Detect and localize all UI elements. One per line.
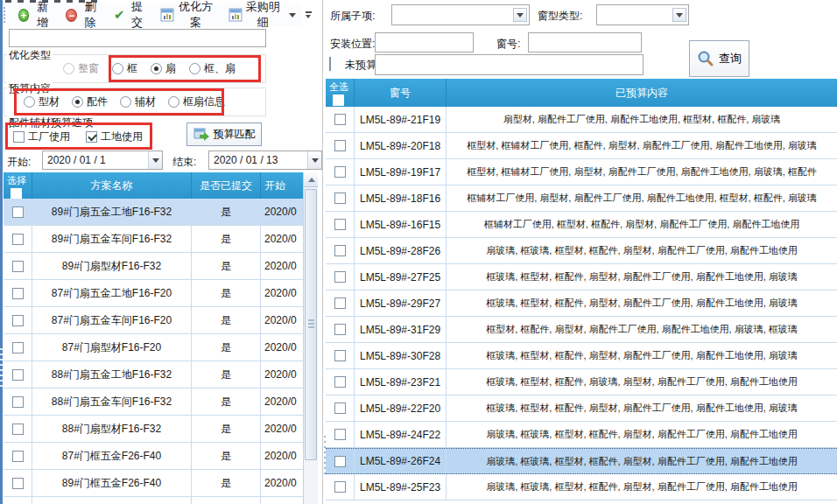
plan-filter-input-wrap [9, 29, 266, 47]
plan-table-row[interactable]: 89#门扇五金工地F16-F32 是 2020/0 [4, 199, 318, 226]
plan-table-row[interactable]: 88#门扇五金车间F16-F32 是 2020/0 [4, 388, 318, 416]
window-table-row[interactable]: LM5L-89#-28F26 扇玻璃, 框玻璃, 框型材, 框配件, 扇型材, … [326, 238, 837, 264]
end-date-picker[interactable]: 2020 / 01 / 13 [208, 150, 322, 170]
plan-row-name: 89#门扇型材F16-F32 [32, 253, 192, 279]
sub-item-dropdown[interactable] [513, 8, 527, 22]
plan-table-scrollbar[interactable] [303, 172, 318, 504]
scrollbar-up-button[interactable] [304, 172, 318, 187]
window-table-row[interactable]: LM5L-89#-20F18 框型材, 框辅材工厂使用, 框配件, 扇型材, 扇… [326, 133, 837, 159]
plan-row-checkbox-cell [4, 361, 32, 388]
plan-select-all-checkbox[interactable] [11, 188, 22, 199]
toolbar-overflow-button[interactable] [301, 7, 315, 23]
radio-option[interactable]: 框 [112, 61, 137, 76]
plan-table-row[interactable]: 89#门扇型材F16-F32 是 2020/0 [4, 253, 318, 280]
window-table-row[interactable]: LM5L-89#-25F23 扇玻璃, 框玻璃, 框型材, 框配件, 扇型材, … [326, 474, 837, 500]
no-budget-input[interactable] [375, 54, 644, 75]
window-row-checkbox-cell [326, 422, 355, 447]
window-row-checkbox[interactable] [334, 114, 346, 125]
plan-table-row[interactable]: 87#门框五金F26-F40 是 2020/0 [4, 443, 318, 470]
window-row-checkbox[interactable] [334, 166, 346, 178]
radio-option[interactable]: 框扇信息 [168, 94, 225, 109]
plan-table-row[interactable]: 87#门扇型材F16-F20 是 2020/0 [4, 334, 318, 361]
window-row-checkbox[interactable] [334, 298, 346, 309]
window-row-checkbox[interactable] [334, 456, 346, 467]
window-type-dropdown[interactable] [672, 8, 686, 22]
start-date-dropdown[interactable] [148, 151, 162, 169]
plan-header-name[interactable]: 方案名称 [32, 172, 192, 199]
window-table-row[interactable]: LM5L-89#-21F19 扇型材, 扇配件工厂使用, 扇配件工地使用, 框型… [326, 107, 837, 133]
radio-option[interactable]: 框、扇 [189, 61, 236, 76]
end-date-dropdown[interactable] [307, 151, 321, 169]
window-row-checkbox[interactable] [334, 219, 346, 230]
plan-filter-input[interactable] [9, 29, 266, 47]
window-row-checkbox[interactable] [334, 350, 346, 361]
plan-table-row[interactable]: 88#门扇五金工地F16-F32 是 2020/0 [4, 361, 318, 388]
query-button-label: 查询 [719, 51, 742, 66]
radio-option[interactable]: 型材 [24, 94, 60, 109]
window-table-row[interactable]: LM5L-89#-23F21 框玻璃, 框型材, 框配件, 扇玻璃, 扇型材, … [326, 369, 837, 396]
plan-table-row[interactable]: 89#门框五金F26-F40 是 2020/0 [4, 470, 318, 497]
plan-row-checkbox[interactable] [12, 451, 24, 462]
window-table-row[interactable]: LM5L-89#-18F16 框辅材工厂使用, 扇型材, 扇配件工厂使用, 扇配… [326, 186, 837, 212]
window-type-combobox[interactable] [596, 4, 689, 25]
window-row-checkbox[interactable] [334, 376, 346, 388]
window-select-all-checkbox[interactable] [333, 94, 344, 106]
plan-table-row[interactable]: 88#门扇型材F16-F32 是 2020/0 [4, 416, 318, 443]
plan-table-row[interactable]: 89#门扇五金车间F16-F32 是 2020/0 [4, 226, 318, 253]
window-table-row[interactable]: LM5L-89#-30F28 框玻璃, 框型材, 框配件, 扇型材, 扇配件工厂… [326, 343, 837, 369]
toolbar-grip[interactable] [4, 7, 8, 23]
window-table-row[interactable]: LM5L-89#-24F22 扇玻璃, 框玻璃, 框型材, 框配件, 扇型材, … [326, 422, 837, 448]
radio-option[interactable]: 整窗 [63, 61, 99, 76]
plan-row-checkbox[interactable] [12, 234, 24, 245]
window-row-checkbox[interactable] [334, 245, 346, 256]
window-table-row[interactable]: LM5L-89#-16F15 框辅材工厂使用, 框型材, 框配件, 扇型材, 扇… [326, 212, 837, 238]
start-date-label: 开始: [7, 155, 31, 170]
window-table-row[interactable]: LM5L-89#-22F20 框玻璃, 框型材, 框配件, 扇型材, 扇配件工厂… [326, 396, 837, 422]
window-table-row[interactable]: LM5L-89#-19F17 框型材, 框辅材工厂使用, 扇型材, 扇配件工厂使… [326, 159, 837, 186]
budget-match-button[interactable]: 预算匹配 [186, 122, 262, 146]
window-row-checkbox[interactable] [334, 192, 346, 204]
scrollbar-thumb[interactable] [305, 189, 317, 460]
checkbox-option[interactable]: 工厂使用 [13, 130, 70, 144]
start-date-picker[interactable]: 2020 / 01 / 1 [42, 150, 163, 170]
window-row-checkbox[interactable] [334, 429, 346, 440]
sub-item-combobox[interactable] [391, 4, 530, 25]
window-table-row[interactable]: LM5L-89#-26F24 扇玻璃, 框玻璃, 框型材, 框配件, 扇型材, … [326, 448, 837, 474]
left-splitter-grip[interactable] [0, 348, 3, 388]
window-row-checkbox-cell [326, 290, 355, 316]
radio-option[interactable]: 配件 [72, 94, 108, 109]
plan-row-checkbox[interactable] [12, 478, 24, 489]
checkbox-option[interactable]: 工地使用 [86, 130, 143, 144]
window-table-row[interactable]: LM5L-89#-31F29 框型材, 框配件, 扇型材, 扇配件工厂使用, 扇… [326, 317, 837, 343]
window-row-checkbox[interactable] [334, 324, 346, 335]
plan-row-checkbox[interactable] [12, 261, 24, 272]
no-budget-checkbox[interactable] [329, 57, 331, 71]
plan-row-checkbox[interactable] [12, 342, 24, 354]
plan-table-row[interactable]: 87#门扇五金工地F16-F20 是 2020/0 [4, 280, 318, 307]
plan-row-name: 89#门扇五金工地F16-F32 [32, 199, 192, 225]
chevron-down-icon [312, 158, 319, 163]
plan-row-checkbox[interactable] [12, 424, 24, 435]
plan-row-checkbox[interactable] [12, 396, 24, 408]
plan-row-checkbox[interactable] [12, 206, 24, 218]
radio-option[interactable]: 扇 [151, 61, 176, 76]
window-row-checkbox[interactable] [334, 271, 346, 283]
plan-table-row[interactable]: 87#门扇五金车间F16-F20 是 2020/0 [4, 307, 318, 334]
plan-row-checkbox[interactable] [12, 288, 24, 299]
radio-option[interactable]: 辅材 [120, 94, 156, 109]
plan-header-submitted[interactable]: 是否已提交 [192, 172, 261, 199]
query-button[interactable]: 查询 [689, 40, 749, 77]
install-pos-input[interactable] [375, 32, 474, 52]
window-header-no[interactable]: 窗号 [355, 79, 447, 107]
plan-table-row[interactable]: 88#门框五金F21-F40 是 2020/0 [4, 497, 318, 504]
window-no-input[interactable] [528, 32, 642, 52]
window-table-row[interactable]: LM5L-89#-29F27 框玻璃, 框型材, 框配件, 扇型材, 扇配件工厂… [326, 290, 837, 317]
window-row-checkbox[interactable] [334, 140, 346, 151]
plan-row-checkbox[interactable] [12, 315, 24, 326]
plan-header-start[interactable]: 开始 [261, 172, 303, 199]
window-row-checkbox[interactable] [334, 481, 346, 493]
plan-row-checkbox[interactable] [12, 369, 24, 381]
window-row-checkbox[interactable] [334, 402, 346, 414]
window-header-content[interactable]: 已预算内容 [447, 79, 837, 107]
window-table-row[interactable]: LM5L-89#-27F25 框玻璃, 框型材, 框配件, 扇型材, 扇配件工厂… [326, 264, 837, 290]
